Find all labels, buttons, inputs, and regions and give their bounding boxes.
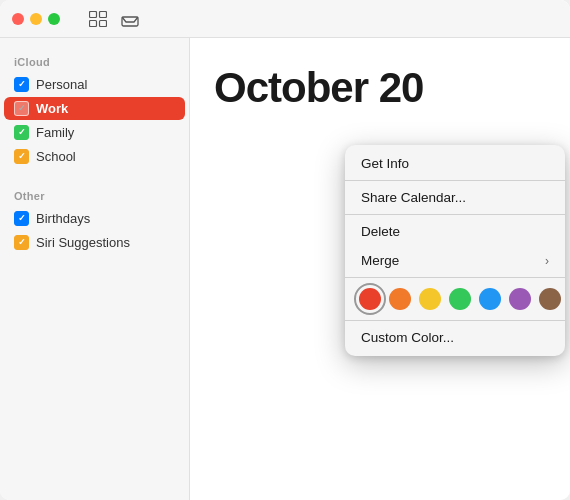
sidebar-item-work[interactable]: ✓ Work xyxy=(4,97,185,120)
sidebar-item-birthdays[interactable]: ✓ Birthdays xyxy=(4,207,185,230)
calendar-view-icon[interactable] xyxy=(86,7,110,31)
minimize-button[interactable] xyxy=(30,13,42,25)
context-menu: Get Info Share Calendar... Delete Merge … xyxy=(345,145,565,356)
check-icon: ✓ xyxy=(18,104,26,113)
maximize-button[interactable] xyxy=(48,13,60,25)
color-yellow-button[interactable] xyxy=(419,288,441,310)
check-icon: ✓ xyxy=(18,80,26,89)
get-info-menuitem[interactable]: Get Info xyxy=(345,149,565,178)
inbox-icon[interactable] xyxy=(118,7,142,31)
check-icon: ✓ xyxy=(18,214,26,223)
share-calendar-menuitem[interactable]: Share Calendar... xyxy=(345,183,565,212)
school-checkbox[interactable]: ✓ xyxy=(14,149,29,164)
svg-rect-3 xyxy=(100,20,107,26)
delete-menuitem[interactable]: Delete xyxy=(345,217,565,246)
share-calendar-label: Share Calendar... xyxy=(361,190,466,205)
color-red-button[interactable] xyxy=(359,288,381,310)
color-orange-button[interactable] xyxy=(389,288,411,310)
sidebar-item-personal[interactable]: ✓ Personal xyxy=(4,73,185,96)
svg-rect-0 xyxy=(90,11,97,17)
work-checkbox[interactable]: ✓ xyxy=(14,101,29,116)
color-brown-button[interactable] xyxy=(539,288,561,310)
custom-color-menuitem[interactable]: Custom Color... xyxy=(345,323,565,352)
siri-checkbox[interactable]: ✓ xyxy=(14,235,29,250)
delete-label: Delete xyxy=(361,224,400,239)
merge-label: Merge xyxy=(361,253,399,268)
menu-divider-4 xyxy=(345,320,565,321)
color-green-button[interactable] xyxy=(449,288,471,310)
sidebar: iCloud ✓ Personal ✓ Work ✓ Family ✓ xyxy=(0,0,190,500)
app-window: iCloud ✓ Personal ✓ Work ✓ Family ✓ xyxy=(0,0,570,500)
check-icon: ✓ xyxy=(18,238,26,247)
custom-color-label: Custom Color... xyxy=(361,330,454,345)
titlebar-icons xyxy=(86,7,142,31)
check-icon: ✓ xyxy=(18,128,26,137)
color-picker-row xyxy=(345,280,565,318)
siri-label: Siri Suggestions xyxy=(36,235,130,250)
main-content: + October 20 Get Info Share Calendar... … xyxy=(190,0,570,500)
menu-divider-2 xyxy=(345,214,565,215)
chevron-right-icon: › xyxy=(545,254,549,268)
color-purple-button[interactable] xyxy=(509,288,531,310)
titlebar xyxy=(0,0,570,38)
check-icon: ✓ xyxy=(18,152,26,161)
get-info-label: Get Info xyxy=(361,156,409,171)
svg-rect-2 xyxy=(90,20,97,26)
close-button[interactable] xyxy=(12,13,24,25)
menu-divider-1 xyxy=(345,180,565,181)
work-label: Work xyxy=(36,101,68,116)
family-checkbox[interactable]: ✓ xyxy=(14,125,29,140)
menu-divider-3 xyxy=(345,277,565,278)
sidebar-item-school[interactable]: ✓ School xyxy=(4,145,185,168)
sidebar-item-siri[interactable]: ✓ Siri Suggestions xyxy=(4,231,185,254)
birthdays-label: Birthdays xyxy=(36,211,90,226)
month-title: October 20 xyxy=(190,44,570,112)
family-label: Family xyxy=(36,125,74,140)
icloud-section-label: iCloud xyxy=(0,44,189,72)
sidebar-item-family[interactable]: ✓ Family xyxy=(4,121,185,144)
other-section-label: Other xyxy=(0,178,189,206)
svg-rect-1 xyxy=(100,11,107,17)
personal-label: Personal xyxy=(36,77,87,92)
birthdays-checkbox[interactable]: ✓ xyxy=(14,211,29,226)
color-blue-button[interactable] xyxy=(479,288,501,310)
personal-checkbox[interactable]: ✓ xyxy=(14,77,29,92)
school-label: School xyxy=(36,149,76,164)
merge-menuitem[interactable]: Merge › xyxy=(345,246,565,275)
